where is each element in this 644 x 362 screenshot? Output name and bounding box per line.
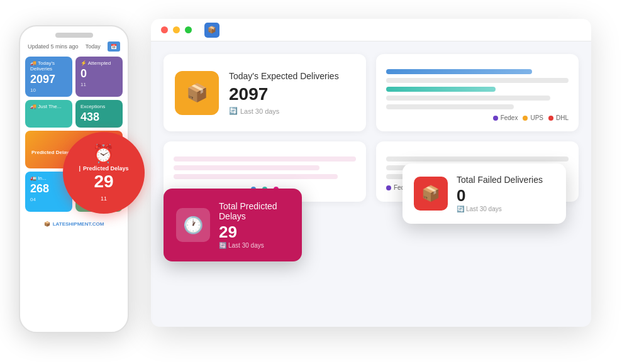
delays-label: Predicted Delays (31, 150, 72, 155)
chart-line-4 (386, 96, 550, 101)
float-predicted-body: Total Predicted Delays 29 🔄 Last 30 days (219, 201, 289, 249)
footer-label: LATESHIPMENT.COM (53, 221, 104, 227)
failed-float-period: 🔄 Last 30 days (457, 206, 543, 212)
traffic-light-yellow[interactable] (173, 26, 180, 33)
just-label: 🚚 Just The... (30, 104, 61, 109)
updated-text: Updated 5 mins ago (28, 43, 79, 50)
dhl-label: DHL (556, 114, 569, 121)
exceptions-value: 438 (80, 111, 118, 124)
scene: Updated 5 mins ago Today 📅 🚚 Today's Del… (0, 0, 644, 362)
deliveries-value: 2097 (30, 73, 67, 86)
chart-line-3 (386, 87, 496, 92)
deliveries-label: 🚚 Today's Deliveries (30, 60, 55, 72)
float-predicted-icon: 🕐 (176, 208, 210, 242)
attempted-value: 0 (80, 67, 118, 80)
expected-value: 2097 (229, 84, 339, 104)
today-label: Today (86, 43, 101, 50)
fedex-dot-group: Fedex (493, 114, 518, 121)
float-failed-body: Total Failed Deliveries 0 🔄 Last 30 days (457, 175, 543, 212)
just-card: 🚚 Just The... (25, 100, 72, 128)
red-circle-overlay: ⏰ | Predicted Delays 29 11 (63, 132, 145, 214)
predicted-float-value: 29 (219, 222, 289, 242)
desktop-logo: 📦 (204, 23, 219, 38)
clock-period-icon: 🔄 (229, 107, 238, 115)
expected-deliveries-card: 📦 Today's Expected Deliveries 2097 🔄 Las… (164, 54, 366, 131)
box-failed-icon: 📦 (421, 185, 440, 202)
in-label: 🚛 In... (30, 175, 47, 181)
phone-notch (55, 33, 93, 38)
failed-period-icon: 🔄 (457, 206, 464, 212)
deliveries-dash-icon: 📦 (175, 71, 219, 115)
dhl-dot (548, 116, 553, 121)
br-line-1 (386, 156, 569, 162)
ups-dot-group: UPS (523, 114, 543, 121)
failed-float-value: 0 (457, 186, 543, 206)
float-failed-card: 📦 Total Failed Deliveries 0 🔄 Last 30 da… (402, 163, 566, 224)
dhl-dot-group: DHL (548, 114, 569, 121)
predicted-float-title: Total Predicted Delays (219, 201, 289, 221)
circle-label: | Predicted Delays (79, 165, 128, 172)
deliveries-card: 🚚 Today's Deliveries 2097 10 (25, 57, 72, 97)
ups-label: UPS (530, 114, 543, 121)
fedex-dot (493, 116, 498, 121)
attempted-sub: 11 (80, 82, 118, 87)
traffic-light-red[interactable] (161, 26, 168, 33)
predicted-float-period: 🔄 Last 30 days (219, 242, 289, 249)
chart-line-1 (386, 69, 532, 74)
fedex-label: Fedex (501, 114, 518, 121)
circle-sub: 11 (101, 195, 107, 202)
expected-deliveries-body: Today's Expected Deliveries 2097 🔄 Last … (229, 70, 339, 115)
attempted-card: ⚡ Attempted 0 11 (75, 57, 123, 97)
phone-row-1: 🚚 Today's Deliveries 2097 10 ⚡ Attempted… (25, 57, 123, 97)
clock-float-icon: 🕐 (183, 216, 203, 235)
deliveries-sub: 10 (30, 87, 67, 93)
br-fedex-dot (386, 185, 391, 190)
bl-line-2 (174, 165, 319, 170)
desktop-titlebar: 📦 (151, 19, 591, 41)
attempted-label: ⚡ Attempted (80, 60, 111, 66)
chart-dots-row: Fedex UPS DHL (386, 114, 569, 121)
chart-line-2 (386, 78, 569, 83)
exceptions-card: Exceptions 438 (75, 100, 123, 128)
failed-float-title: Total Failed Deliveries (457, 175, 543, 185)
phone-footer: 📦 LATESHIPMENT.COM (20, 217, 128, 231)
circle-value: 29 (79, 172, 128, 192)
chart-line-5 (386, 104, 514, 109)
chart-area-top: Fedex UPS DHL (376, 54, 579, 131)
chart-lines-2 (174, 156, 356, 179)
float-failed-icon: 📦 (414, 177, 448, 211)
ups-dot (523, 116, 528, 121)
logo-icon: 📦 (44, 221, 50, 227)
circle-content: ⏰ | Predicted Delays 29 11 (79, 143, 128, 203)
float-predicted-card: 🕐 Total Predicted Delays 29 🔄 Last 30 da… (164, 189, 302, 261)
box-icon: 📦 (186, 82, 208, 103)
expected-title: Today's Expected Deliveries (229, 70, 339, 82)
expected-period: 🔄 Last 30 days (229, 107, 339, 115)
in-sub: 04 (30, 197, 67, 202)
traffic-light-green[interactable] (185, 26, 192, 33)
in-value: 268 (30, 182, 67, 195)
exceptions-label: Exceptions (80, 104, 105, 109)
chart-lines (386, 69, 569, 109)
period-refresh-icon: 🔄 (219, 242, 226, 249)
circle-clock-icon: ⏰ (79, 143, 128, 164)
calendar-icon: 📅 (108, 41, 120, 52)
phone-header: Updated 5 mins ago Today 📅 (20, 38, 128, 54)
bl-line-1 (174, 156, 356, 162)
bl-line-3 (174, 174, 338, 179)
phone-row-2: 🚚 Just The... Exceptions 438 (25, 100, 123, 128)
